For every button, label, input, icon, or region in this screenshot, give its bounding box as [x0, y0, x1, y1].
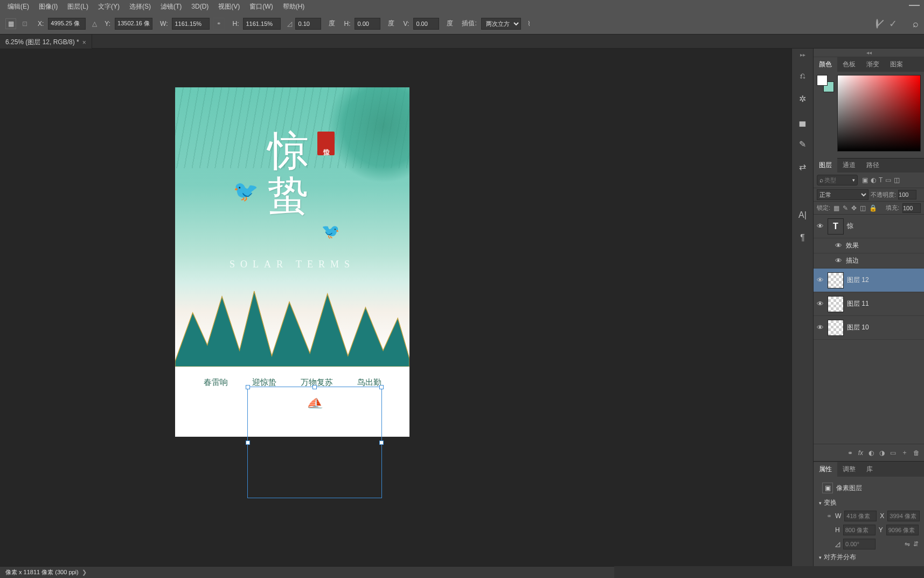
lock-artboard-icon[interactable]: ◫: [860, 204, 866, 212]
handle-middle-right[interactable]: [379, 441, 384, 445]
search-icon[interactable]: ⌕: [913, 18, 919, 30]
link-wh-icon[interactable]: ⚭: [826, 512, 832, 520]
filter-adjust-icon[interactable]: ◐: [871, 176, 876, 184]
menu-edit[interactable]: 编辑(E): [3, 1, 33, 13]
h-input[interactable]: [243, 18, 281, 30]
histogram-panel-icon[interactable]: ▄: [796, 115, 809, 128]
menu-3d[interactable]: 3D(D): [187, 1, 213, 12]
tool-preset-icon[interactable]: ▦: [5, 18, 16, 29]
blend-mode-select[interactable]: 正常: [817, 189, 869, 200]
interp-select[interactable]: 两次立方: [481, 18, 521, 30]
minimize-icon[interactable]: [909, 5, 920, 6]
layer-item-text[interactable]: 👁 T 惊: [814, 215, 924, 238]
canvas-area[interactable]: 惊蛰 惊 蛰 🐦 🐦 SOLAR TERMS 春雷响 迎惊蛰 万物复苏 鸟出勤 …: [0, 49, 791, 566]
tab-paths[interactable]: 路径: [861, 158, 885, 173]
filter-smart-icon[interactable]: ◫: [894, 176, 900, 184]
tab-color[interactable]: 颜色: [814, 57, 837, 72]
close-tab-icon[interactable]: ×: [82, 39, 86, 46]
collapse-dock-icon[interactable]: ▸▸: [800, 52, 805, 58]
visibility-toggle[interactable]: 👁: [834, 257, 843, 265]
tab-properties[interactable]: 属性: [814, 462, 837, 477]
visibility-toggle[interactable]: 👁: [816, 222, 824, 230]
new-layer-icon[interactable]: ＋: [901, 448, 908, 457]
tab-swatches[interactable]: 色板: [837, 57, 861, 72]
tab-layers[interactable]: 图层: [814, 158, 837, 173]
layer-kind-filter[interactable]: ⌕ ▾: [817, 175, 858, 185]
align-section-header[interactable]: ▾ 对齐并分布: [819, 553, 919, 562]
status-menu-icon[interactable]: ❯: [82, 569, 87, 576]
props-y-input[interactable]: [886, 525, 919, 535]
navigator-panel-icon[interactable]: ✲: [796, 92, 809, 105]
y-input[interactable]: [115, 18, 152, 30]
filter-type-icon[interactable]: T: [879, 176, 883, 184]
layer-name[interactable]: 图层 11: [847, 299, 869, 308]
fill-input[interactable]: [902, 203, 921, 213]
document-tab[interactable]: 6.25% (图层 12, RGB/8) * ×: [0, 35, 92, 49]
layer-item-12[interactable]: 👁 图层 12: [814, 269, 924, 292]
foreground-swatch[interactable]: [817, 75, 828, 86]
layer-filter-input[interactable]: [824, 177, 851, 183]
brush-settings-panel-icon[interactable]: ⇄: [796, 160, 809, 173]
layer-name[interactable]: 图层 10: [847, 323, 869, 332]
tab-libraries[interactable]: 库: [861, 462, 878, 477]
warp-icon[interactable]: ⌇: [527, 20, 531, 27]
commit-transform-button[interactable]: ✓: [889, 18, 897, 30]
layer-name[interactable]: 图层 12: [847, 276, 869, 285]
opacity-input[interactable]: [898, 190, 916, 199]
handle-middle-left[interactable]: [246, 441, 250, 445]
filter-pixel-icon[interactable]: ▣: [862, 176, 868, 184]
menu-select[interactable]: 选择(S): [125, 1, 155, 13]
reference-point-icon[interactable]: ⊡: [19, 18, 30, 29]
adjustment-icon[interactable]: ◑: [879, 449, 885, 457]
angle-input[interactable]: [295, 18, 321, 30]
layer-item-10[interactable]: 👁 图层 10: [814, 316, 924, 340]
visibility-toggle[interactable]: 👁: [834, 242, 843, 250]
delta-icon[interactable]: △: [92, 20, 97, 27]
flip-h-icon[interactable]: ⇋: [905, 540, 910, 548]
delete-layer-icon[interactable]: 🗑: [913, 449, 920, 457]
flip-v-icon[interactable]: ⇵: [913, 540, 919, 548]
tab-gradients[interactable]: 渐变: [861, 57, 885, 72]
tab-channels[interactable]: 通道: [837, 158, 861, 173]
color-swatches[interactable]: [817, 75, 834, 92]
w-input[interactable]: [172, 18, 210, 30]
layer-name[interactable]: 惊: [847, 222, 853, 231]
shear-h-input[interactable]: [355, 18, 380, 30]
cancel-transform-button[interactable]: [876, 20, 878, 27]
collapse-panels-icon[interactable]: ◂◂: [814, 49, 924, 57]
history-panel-icon[interactable]: ⎌: [796, 70, 809, 82]
transform-section-header[interactable]: ▾ 变换: [819, 498, 919, 507]
lock-brush-icon[interactable]: ✎: [843, 204, 848, 212]
props-x-input[interactable]: [887, 511, 920, 521]
lock-all-icon[interactable]: 🔒: [869, 204, 877, 212]
visibility-toggle[interactable]: 👁: [816, 324, 824, 332]
menu-view[interactable]: 视图(V): [214, 1, 244, 13]
link-icon[interactable]: ⚭: [213, 18, 225, 30]
layer-stroke-row[interactable]: 👁 描边: [814, 253, 924, 269]
menu-window[interactable]: 窗口(W): [245, 1, 277, 13]
paragraph-panel-icon[interactable]: ¶: [796, 231, 809, 244]
menu-type[interactable]: 文字(Y): [94, 1, 124, 13]
shear-v-input[interactable]: [413, 18, 439, 30]
character-panel-icon[interactable]: A|: [796, 209, 809, 222]
filter-shape-icon[interactable]: ▭: [885, 176, 891, 184]
visibility-toggle[interactable]: 👁: [816, 276, 824, 284]
menu-image[interactable]: 图像(I): [34, 1, 62, 13]
tab-patterns[interactable]: 图案: [885, 57, 908, 72]
visibility-toggle[interactable]: 👁: [816, 300, 824, 308]
brushes-panel-icon[interactable]: ✎: [796, 137, 809, 150]
tab-adjustments[interactable]: 调整: [837, 462, 861, 477]
x-input[interactable]: [48, 18, 86, 30]
lock-position-icon[interactable]: ✥: [851, 204, 857, 212]
layer-item-11[interactable]: 👁 图层 11: [814, 292, 924, 316]
menu-layer[interactable]: 图层(L): [63, 1, 93, 13]
mask-icon[interactable]: ◐: [869, 449, 874, 457]
props-w-input[interactable]: [844, 511, 877, 521]
fx-icon[interactable]: fx: [858, 449, 863, 457]
menu-filter[interactable]: 滤镜(T): [156, 1, 186, 13]
color-picker[interactable]: [837, 75, 921, 152]
menu-help[interactable]: 帮助(H): [279, 1, 309, 13]
props-rotate-input[interactable]: [843, 539, 876, 549]
group-icon[interactable]: ▭: [890, 449, 896, 457]
link-layers-icon[interactable]: ⚭: [847, 449, 853, 457]
